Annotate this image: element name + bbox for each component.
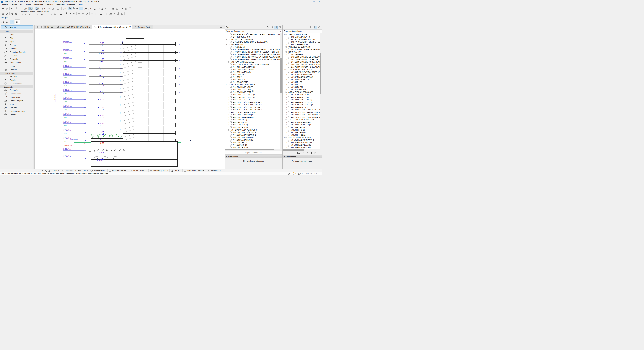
status-1-200[interactable]: 1:200▸: [77, 169, 89, 172]
tree-item[interactable]: ›A-04 DIVISORIAS Y ACABADOS: [225, 128, 280, 131]
tree-item[interactable]: ›A-03.01 PLANTA BAJA (1): [283, 121, 320, 123]
flag-button[interactable]: [121, 7, 124, 10]
eyerot-button[interactable]: [10, 12, 14, 15]
chevron-right-icon[interactable]: ›: [286, 36, 288, 38]
lockdark-button[interactable]: [40, 12, 44, 16]
tree-item[interactable]: ›A-01.05 P7: [225, 76, 280, 78]
chevron-right-icon[interactable]: ›: [228, 131, 230, 133]
tool-arrow[interactable]: Flecha: [1, 25, 33, 29]
status--zzcc[interactable]: _ZZCC▸: [170, 169, 182, 172]
tree-item[interactable]: ›A-03 COTAS Y HABITABILIDAD: [225, 111, 280, 113]
rectpg-button[interactable]: ▾: [56, 7, 60, 10]
tool-puerta[interactable]: Puerta: [0, 64, 34, 68]
tree-item[interactable]: ›A-04.08 P7-P11 (2): [225, 149, 280, 149]
chevron-right-icon[interactable]: ›: [286, 38, 288, 40]
cameragrey-button[interactable]: [90, 12, 94, 15]
person-button[interactable]: ▾: [62, 7, 66, 10]
toolbox-section-documento[interactable]: ▼Documento: [0, 85, 34, 88]
tree-item[interactable]: ›A-03.03 P1-P6 (1): [283, 126, 320, 128]
chevron-right-icon[interactable]: ›: [286, 48, 288, 50]
tree-item[interactable]: ›S-02 PLANEAMIENTO ACTUAL: [283, 38, 320, 40]
tree-item[interactable]: ›A-02.02 ALZADO ESTE (1): [283, 96, 320, 98]
chevron-right-icon[interactable]: ›: [228, 106, 230, 108]
tree-item[interactable]: ›A-03.01 PLANTA BAJA (1): [225, 113, 280, 116]
trim-button[interactable]: ▾: [29, 7, 34, 10]
chevron-right-icon[interactable]: ›: [286, 101, 288, 103]
tree-right-vscrollbar[interactable]: [320, 33, 322, 149]
chevron-down-icon[interactable]: ›: [284, 137, 285, 138]
chevron-right-icon[interactable]: ›: [228, 91, 230, 93]
menu-teamwork[interactable]: Teamwork: [55, 3, 66, 6]
drawing-canvas[interactable]: 3,203,203,203,203,203,203,203,203,203,20…: [34, 29, 224, 169]
tree-item[interactable]: ›A-01.06 P8-P11: [225, 78, 280, 81]
tree-item[interactable]: ›S-04 TOPOGRÁFICO: [225, 35, 280, 38]
chevron-right-icon[interactable]: ›: [286, 121, 288, 123]
chevron-right-icon[interactable]: ›: [286, 71, 288, 73]
tree-item[interactable]: ›A-01.07 CUBIERTA: [283, 88, 320, 91]
scissors-button[interactable]: [93, 7, 97, 10]
mirrorpg-button[interactable]: [51, 7, 54, 10]
tree-item[interactable]: ›A-04.01 PLANTA SÓTANO -2: [225, 131, 280, 134]
tree-item[interactable]: ›A-02.04 ALZADO OESTE (1): [225, 93, 280, 96]
chevron-right-icon[interactable]: ›: [286, 144, 288, 146]
chevron-right-icon[interactable]: ›: [286, 76, 288, 78]
tree-item[interactable]: ›A-01.06 P8-P11: [283, 86, 320, 88]
tree-item[interactable]: ›A-04.03 PLANTA BAJA (1): [283, 144, 320, 146]
tree-item[interactable]: ›A-01.00 RESUMEN TIPOLOGIAS VIVIENDAS: [225, 63, 280, 66]
tool-muro-cortina[interactable]: Muro Cortina: [0, 61, 34, 64]
chevron-right-icon[interactable]: ›: [228, 46, 230, 48]
chevron-right-icon[interactable]: ›: [286, 84, 288, 85]
tree-item[interactable]: ›A-04.02 PLANTA SÓTANO -1: [283, 141, 320, 144]
cloudpg-button[interactable]: [128, 7, 132, 10]
chevron-right-icon[interactable]: ›: [286, 114, 288, 116]
pagestack-button[interactable]: [278, 26, 282, 29]
marqarrow-button[interactable]: ▾: [5, 20, 10, 24]
tree-item[interactable]: ›A-02.10 SECCIÓN LONGITUDINAL 2: [225, 108, 280, 111]
pagelayout-button[interactable]: [310, 26, 313, 29]
upgrey-button[interactable]: [100, 7, 104, 10]
tree-item[interactable]: ›N-04 CUMPLIMIENTO NORMATIVA MUNICIPAL A…: [283, 61, 320, 63]
tree-item[interactable]: ›A-01.03 PLANTA BAJA: [283, 78, 320, 81]
tree-item[interactable]: ›A-02.02 ALZADO ESTE (1): [225, 88, 280, 91]
rotg2-button[interactable]: [54, 12, 57, 15]
tree-item[interactable]: ›A-01.03 PLANTA BAJA: [225, 71, 280, 73]
pagestack-button[interactable]: [318, 26, 321, 29]
tool-pilar[interactable]: Pilar: [0, 36, 34, 40]
chevron-right-icon[interactable]: ›: [228, 48, 230, 50]
chevron-right-icon[interactable]: ›: [286, 124, 288, 126]
tool-alzado[interactable]: Alzado: [0, 78, 34, 82]
zigzag-button[interactable]: [109, 12, 112, 15]
chevron-right-icon[interactable]: ›: [228, 104, 230, 106]
chevron-right-icon[interactable]: ›: [228, 137, 230, 138]
tree-item[interactable]: ›U PLANOS DE CONJUNTO: [225, 38, 280, 40]
chevron-right-icon[interactable]: ›: [228, 116, 230, 118]
tool-texto[interactable]: ATexto: [0, 102, 34, 106]
tree-item[interactable]: ›A-03.02 PLANTA BAJA (2): [283, 123, 320, 126]
pickup-button[interactable]: [14, 7, 18, 10]
tree-item[interactable]: ›A-02.06 ALZADO SUR: [283, 106, 320, 108]
refresh-button[interactable]: [313, 151, 317, 155]
notifications-button[interactable]: 26: [292, 172, 297, 175]
rotg-button[interactable]: [1, 12, 5, 15]
tree-item[interactable]: ›A-04.05 P1-P6 (1): [225, 141, 280, 144]
histback-button[interactable]: [36, 169, 40, 172]
tree-item[interactable]: ›A-02.07 SECCIÓN TRANSVERSAL 1: [283, 108, 320, 111]
tool-etiqueta[interactable]: A1Etiqueta: [0, 106, 34, 109]
tree-item[interactable]: ›A-03.06 P7-P11 (2): [283, 134, 320, 136]
cursorbig-button[interactable]: ▾: [15, 19, 20, 24]
rotg-button[interactable]: [50, 12, 54, 15]
maximize-button[interactable]: □: [311, 0, 316, 3]
menu-opciones[interactable]: Opciones: [44, 3, 55, 6]
tree-item[interactable]: ›A-03.05 P7-P11 (1): [225, 123, 280, 126]
chevron-down-icon[interactable]: ›: [226, 43, 227, 45]
chevron-right-icon[interactable]: ›: [228, 66, 230, 68]
stretchx-button[interactable]: [76, 7, 79, 10]
tree-item[interactable]: ›A-01.01 PLANTA SÓTANO 2: [225, 66, 280, 68]
menu-documento[interactable]: Documento: [32, 3, 44, 6]
properties-header-right[interactable]: ▼Propiedades: [282, 155, 322, 158]
toolbox-scrollbar[interactable]: [33, 25, 34, 169]
chevron-right-icon[interactable]: ›: [228, 81, 230, 83]
chevron-right-icon[interactable]: ›: [286, 94, 288, 95]
marquee-button[interactable]: [79, 7, 83, 10]
tree-item[interactable]: ›A-03.04 P1-P6 (2): [283, 128, 320, 131]
